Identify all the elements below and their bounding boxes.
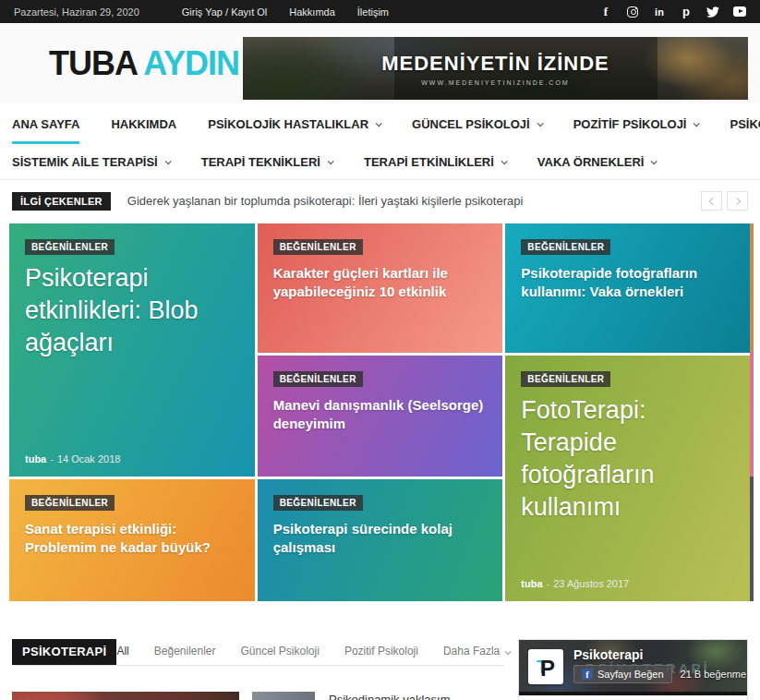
nav-item-vaka-ornekleri[interactable]: VAKA ÖRNEKLERİ <box>537 144 657 179</box>
logo-primary: TUBA <box>49 44 137 82</box>
topbar-menu: Giriş Yap / Kayıt Ol Hakkımda İletişim <box>182 6 389 18</box>
current-date: Pazartesi, Haziran 29, 2020 <box>14 6 139 18</box>
sidebar: PSİKOTERAPİ TP Psikoterapi f Sayfayı Beğ… <box>518 639 748 700</box>
facebook-page-name[interactable]: Psikoterapi <box>573 647 643 662</box>
nav-item-guncel-psikoloji[interactable]: GÜNCEL PSİKOLOJİ <box>412 103 542 144</box>
facebook-like-button[interactable]: f Sayfayı Beğen <box>573 665 672 683</box>
topbar: Pazartesi, Haziran 29, 2020 Giriş Yap / … <box>0 0 760 23</box>
post-title[interactable]: Manevi danışmanlık (Seelsorge) deneyimim <box>273 396 488 433</box>
twitter-icon[interactable] <box>706 6 719 18</box>
site-header: TUBA AYDIN MEDENİYETİN İZİNDE WWW.MEDENI… <box>0 23 760 103</box>
chevron-down-icon <box>537 120 543 127</box>
post-tile-blob-agaclari[interactable]: BEĞENİLENLER Psikoterapi etkinlikleri: B… <box>9 223 255 477</box>
post-title[interactable]: Psikoterapi sürecinde kolaj çalışması <box>273 520 488 557</box>
pinterest-icon[interactable]: p <box>680 6 693 18</box>
category-badge[interactable]: BEĞENİLENLER <box>25 239 115 255</box>
section-header: PSİKOTERAPİ All Beğenilenler Güncel Psik… <box>12 639 504 666</box>
facebook-page-avatar[interactable]: TP <box>528 649 563 684</box>
section-tabs: All Beğenilenler Güncel Psikoloji Poziti… <box>116 645 541 665</box>
facebook-widget-body <box>519 695 747 700</box>
chevron-down-icon <box>376 120 382 127</box>
nav-item-hakkimda[interactable]: HAKKIMDA <box>111 103 176 144</box>
featured-posts: BEĞENİLENLER Psikoterapi etkinlikleri: B… <box>9 223 751 601</box>
post-author[interactable]: tuba <box>25 453 46 465</box>
category-badge[interactable]: BEĞENİLENLER <box>273 371 363 387</box>
article-list: Psikodinamik yaklaşım, psikanaliz <box>12 692 504 700</box>
post-tile-karakter-gucleri[interactable]: BEĞENİLENLER Karakter güçleri kartları i… <box>258 223 503 353</box>
banner-ad[interactable]: MEDENİYETİN İZİNDE WWW.MEDENIYETINIZINDE… <box>243 37 748 100</box>
nav-row-2: SİSTEMİK AİLE TERAPİSİ TERAPİ TEKNİKLERİ… <box>12 144 748 179</box>
tab-guncel-psikoloji[interactable]: Güncel Psikoloji <box>241 645 320 658</box>
topbar-item-iletisim[interactable]: İletişim <box>357 6 389 18</box>
post-date: 23 Ağustos 2017 <box>553 578 629 589</box>
chevron-down-icon <box>164 158 171 164</box>
post-tile-sanat-terapisi[interactable]: BEĞENİLENLER Sanat terapisi etkinliği: P… <box>9 479 255 601</box>
ticker-next-button[interactable] <box>727 191 748 211</box>
banner-url: WWW.MEDENIYETINIZINDE.COM <box>421 79 569 86</box>
category-badge[interactable]: BEĞENİLENLER <box>521 371 610 387</box>
post-tile-kolaj-calismasi[interactable]: BEĞENİLENLER Psikoterapi sürecinde kolaj… <box>258 479 503 601</box>
tab-begenilenler[interactable]: Beğenilenler <box>154 645 216 658</box>
category-badge[interactable]: BEĞENİLENLER <box>521 239 610 255</box>
facebook-cover-photo[interactable]: PSİKOTERAPİ TP Psikoterapi f Sayfayı Beğ… <box>519 640 747 692</box>
post-title[interactable]: Sanat terapisi etkinliği: Problemim ne k… <box>25 520 239 557</box>
article-item: Psikodinamik yaklaşım, psikanaliz <box>252 692 486 700</box>
facebook-icon: f <box>582 669 593 680</box>
nav-item-pozitif-psikoloji[interactable]: POZİTİF PSİKOLOJİ <box>573 103 699 144</box>
article-thumbnail[interactable] <box>252 692 315 700</box>
social-links: f in p <box>599 6 746 18</box>
nav-item-terapi-etkinlikleri[interactable]: TERAPİ ETKİNLİKLERİ <box>364 144 506 179</box>
chevron-right-icon <box>732 197 740 204</box>
tab-pozitif-psikoloji[interactable]: Pozitif Psikoloji <box>344 645 418 658</box>
topbar-item-login[interactable]: Giriş Yap / Kayıt Ol <box>182 6 268 18</box>
youtube-icon[interactable] <box>733 6 746 18</box>
post-title[interactable]: Psikoterapide fotoğrafların kullanımı: V… <box>521 264 735 301</box>
post-author[interactable]: tuba <box>521 578 542 589</box>
nav-item-ana-sayfa[interactable]: ANA SAYFA <box>12 103 79 144</box>
facebook-like-count: 21 B beğenme <box>681 669 747 680</box>
post-meta: tuba-23 Ağustos 2017 <box>521 578 629 589</box>
ticker-controls <box>701 191 748 211</box>
psikoterapi-section: PSİKOTERAPİ All Beğenilenler Güncel Psik… <box>12 639 748 700</box>
logo-accent: AYDIN <box>143 44 239 82</box>
ticker-prev-button[interactable] <box>701 191 722 211</box>
site-logo[interactable]: TUBA AYDIN <box>49 44 239 83</box>
chevron-down-icon <box>505 648 512 655</box>
nav-item-psikoterapi[interactable]: PSİKOTERAPİ <box>730 103 760 144</box>
chevron-down-icon <box>501 158 508 164</box>
banner-title: MEDENİYETİN İZİNDE <box>381 52 609 76</box>
post-title[interactable]: Psikoterapi etkinlikleri: Blob ağaçları <box>25 262 239 359</box>
post-date: 14 Ocak 2018 <box>57 453 121 465</box>
post-tile-fototerapi[interactable]: BEĞENİLENLER FotoTerapi: Terapide fotoğr… <box>505 356 751 601</box>
carousel-peek <box>750 223 754 601</box>
facebook-page-widget: PSİKOTERAPİ TP Psikoterapi f Sayfayı Beğ… <box>518 639 748 700</box>
facebook-icon[interactable]: f <box>599 6 612 18</box>
category-badge[interactable]: BEĞENİLENLER <box>273 495 363 511</box>
post-title[interactable]: FotoTerapi: Terapide fotoğrafların kulla… <box>521 394 735 524</box>
article-image-large[interactable] <box>12 692 239 700</box>
post-meta: tuba-14 Ocak 2018 <box>25 453 120 465</box>
chevron-left-icon <box>708 197 716 204</box>
post-tile-vaka-ornekleri[interactable]: BEĞENİLENLER Psikoterapide fotoğrafların… <box>505 223 751 353</box>
ticker-badge: İLGİ ÇEKENLER <box>12 192 111 211</box>
linkedin-icon[interactable]: in <box>653 6 666 18</box>
nav-item-terapi-teknikleri[interactable]: TERAPİ TEKNİKLERİ <box>201 144 332 179</box>
chevron-down-icon <box>328 158 334 164</box>
tab-all[interactable]: All <box>116 645 128 658</box>
post-title[interactable]: Karakter güçleri kartları ile yapabilece… <box>273 264 488 301</box>
category-badge[interactable]: BEĞENİLENLER <box>25 495 115 511</box>
news-ticker: İLGİ ÇEKENLER Giderek yaşlanan bir toplu… <box>12 190 748 211</box>
nav-item-psikolojik-hastaliklar[interactable]: PSİKOLOJİK HASTALIKLAR <box>208 103 380 144</box>
article-title[interactable]: Psikodinamik yaklaşım, psikanaliz <box>329 692 486 700</box>
topbar-item-hakkimda[interactable]: Hakkımda <box>289 6 335 18</box>
nav-row-1: ANA SAYFA HAKKIMDA PSİKOLOJİK HASTALIKLA… <box>12 103 748 144</box>
category-badge[interactable]: BEĞENİLENLER <box>273 239 363 255</box>
tab-daha-fazla[interactable]: Daha Fazla <box>443 645 510 658</box>
nav-item-sistemik-aile-terapisi[interactable]: SİSTEMİK AİLE TERAPİSİ <box>12 144 170 179</box>
instagram-icon[interactable] <box>626 6 639 18</box>
post-tile-manevi-danismanlik[interactable]: BEĞENİLENLER Manevi danışmanlık (Seelsor… <box>258 356 503 477</box>
chevron-down-icon <box>694 120 700 127</box>
section-title[interactable]: PSİKOTERAPİ <box>12 639 116 665</box>
chevron-down-icon <box>651 158 657 164</box>
ticker-headline[interactable]: Giderek yaşlanan bir toplumda psikoterap… <box>127 194 523 208</box>
